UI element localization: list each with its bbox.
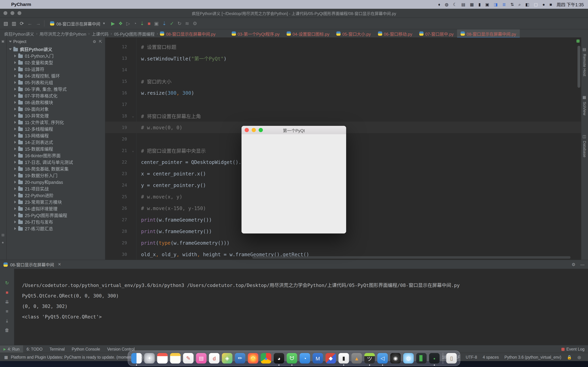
tree-item[interactable]: 07-字符串格式化	[7, 92, 105, 99]
collapse-all-icon[interactable]: ⇱	[99, 39, 102, 44]
sync-icon[interactable]: ⇅	[510, 2, 514, 7]
mic-icon[interactable]: ♦	[438, 2, 440, 7]
clear-console-icon[interactable]: 🗑	[5, 328, 9, 332]
pink-book-icon[interactable]: ▤	[196, 353, 207, 364]
stop-icon[interactable]: ■	[6, 290, 9, 295]
tree-item[interactable]: 01-Python入门	[7, 52, 105, 59]
tree-item[interactable]: 17-日志, 调试与单元测试	[7, 159, 105, 165]
shazam-icon[interactable]: ◍	[445, 2, 449, 7]
tree-item[interactable]: 16-tkinter图形界面	[7, 152, 105, 159]
keyboard-icon[interactable]: ▤	[461, 2, 465, 7]
input-source-icon[interactable]: ≣	[502, 2, 506, 7]
tree-item[interactable]: 24-虚拟环境管理	[7, 205, 105, 212]
rerun-icon[interactable]: ↻	[5, 281, 9, 285]
event-log-button[interactable]: Event Log	[558, 347, 588, 351]
tree-item[interactable]: 27-练习题汇总	[7, 225, 105, 232]
close-icon[interactable]: ✕	[58, 262, 61, 267]
launchpad-icon[interactable]: ✦	[144, 353, 155, 364]
editor-vertical-scrollbar[interactable]	[578, 46, 580, 88]
sciview-tool[interactable]: ▦SciView	[582, 95, 587, 115]
run-icon[interactable]: ▶	[111, 21, 115, 26]
obs-disc-icon[interactable]: ◉	[390, 353, 401, 364]
fold-arrow-icon[interactable]: ⌄	[132, 114, 141, 118]
breadcrumb-segment[interactable]: 05-PyQt图形界面编程	[114, 31, 155, 36]
ps-blue-icon[interactable]: ✏	[235, 353, 245, 364]
tree-item[interactable]: 26-打包与发布	[7, 218, 105, 225]
search-everywhere-icon[interactable]: ▣	[154, 21, 159, 26]
vlc-blue-icon[interactable]: ◁	[377, 353, 388, 364]
two-tone-app-icon[interactable]: ◨	[494, 2, 498, 7]
breadcrumb-segment[interactable]: 用尽洪荒之力学会Python	[40, 31, 86, 36]
restore-layout-icon[interactable]: ⇊	[5, 300, 9, 304]
notes-status-icon[interactable]: ▢	[534, 2, 538, 7]
scroll-to-end-icon[interactable]: ⤓	[6, 318, 8, 323]
status-widget[interactable]: 4 spaces	[480, 355, 502, 359]
tree-item[interactable]: 03-运算符	[7, 66, 105, 72]
tool-window-button[interactable]: Terminal	[46, 345, 68, 353]
run-panel-header[interactable]: 08-窗口显示在屏幕中间 ✕ ⚙ —	[0, 260, 588, 269]
gear-icon[interactable]: ⚙	[571, 262, 575, 267]
app-menu-pycharm[interactable]: PyCharm	[11, 2, 31, 7]
run-coverage-icon[interactable]: ▷	[126, 21, 130, 26]
tree-item[interactable]: 09-面向对象	[7, 106, 105, 112]
pyqt-title-bar[interactable]: 第一个PyQt	[242, 126, 346, 134]
gear-icon[interactable]: ⚙	[93, 39, 96, 44]
editor-tab[interactable]: 04-设置窗口图标.py	[283, 29, 333, 38]
tree-item[interactable]: 06-字典, 集合, 推导式	[7, 86, 105, 92]
android-icon[interactable]: ᗢ	[287, 353, 297, 364]
debug-icon[interactable]: ❖	[119, 21, 123, 26]
favorites-stripe-icon[interactable]: ★	[1, 241, 5, 244]
stop-icon[interactable]: ■	[148, 21, 151, 26]
inspection-status-icon[interactable]	[576, 40, 579, 43]
tree-item[interactable]: 13-网络编程	[7, 132, 105, 139]
open-icon[interactable]: ▧	[3, 21, 8, 26]
dingtalk-icon[interactable]: ◔	[300, 353, 310, 364]
tree-item[interactable]: 15-数据库编程	[7, 145, 105, 152]
calendar-icon[interactable]: 17	[157, 353, 168, 364]
project-root-row[interactable]: 疯狂Python讲义	[7, 46, 105, 52]
editor-tab[interactable]: 05-窗口大小.py	[333, 29, 374, 38]
settings-icon[interactable]: ⚙	[193, 21, 197, 26]
textedit-icon[interactable]: ✎	[183, 353, 194, 364]
breadcrumb-segment[interactable]: 疯狂Python讲义	[4, 31, 34, 36]
vcs-update-icon[interactable]: ⇣	[162, 21, 166, 26]
android-studio-icon[interactable]: ◈	[222, 353, 232, 364]
blue-globe-icon[interactable]: ◍	[403, 353, 414, 364]
status-widget[interactable]: Python 3.6 (python_virtual_env)	[502, 355, 564, 359]
tree-item[interactable]: 08-函数和模块	[7, 99, 105, 106]
vcs-commit-icon[interactable]: ✓	[170, 21, 174, 26]
database-tool[interactable]: ◫Database	[582, 134, 587, 157]
redblue-app-icon[interactable]: ◆	[326, 353, 336, 364]
tool-window-button[interactable]: ▶4: Run	[0, 345, 23, 353]
editor-tab[interactable]: 06-窗口移动.py	[374, 29, 416, 38]
profiler-icon[interactable]: ◔	[134, 21, 137, 26]
battery-icon[interactable]: ▮	[478, 2, 481, 7]
tree-item[interactable]: 14-正则表达式	[7, 139, 105, 145]
tree-item[interactable]: 11-文件读写, 序列化	[7, 119, 105, 125]
rerun-icon[interactable]: ⇣	[140, 21, 144, 26]
run-tab-label[interactable]: 08-窗口显示在屏幕中间	[10, 261, 54, 267]
run-console-output[interactable]: /Users/codetutor.top/python_virtual_env/…	[14, 269, 588, 345]
save-all-icon[interactable]: ▥	[12, 21, 16, 26]
dash-icon[interactable]: d	[209, 353, 219, 364]
editor-horizontal-scrollbar[interactable]	[252, 256, 571, 259]
control-center-icon[interactable]: ◧	[525, 2, 529, 7]
tree-item[interactable]: 12-多线程编程	[7, 125, 105, 132]
project-header[interactable]: Project ⚙ ⇱	[7, 37, 105, 46]
siri-icon[interactable]: ●	[542, 2, 545, 7]
tree-item[interactable]: 04-流程控制, 循环	[7, 72, 105, 79]
clipboard-icon[interactable]: ▣	[485, 2, 489, 7]
breadcrumb-segment[interactable]: 上课代码	[92, 31, 109, 36]
tree-item[interactable]: 25-PyQt图形界面编程	[7, 212, 105, 218]
firefox-icon[interactable]: ◠	[248, 353, 258, 364]
tree-item[interactable]: 10-异常处理	[7, 112, 105, 119]
ide-title-bar[interactable]: 疯狂Python讲义 [~/Desktop/用尽洪荒之力学会Python] - …	[0, 9, 588, 18]
pyqt-app-window[interactable]: 第一个PyQt	[242, 126, 346, 234]
display-icon[interactable]: ▦	[470, 2, 474, 7]
structure-stripe-icon[interactable]: ▤	[1, 233, 5, 237]
word-blue-icon[interactable]: M	[312, 353, 323, 364]
emulator-dark-1-icon[interactable]: ▊	[416, 353, 427, 364]
tree-item[interactable]: 05-列表和元组	[7, 79, 105, 86]
tool-window-button[interactable]: 6: TODO	[23, 345, 46, 353]
editor-tab[interactable]: 03-第一个PyQt程序.py	[228, 29, 283, 38]
